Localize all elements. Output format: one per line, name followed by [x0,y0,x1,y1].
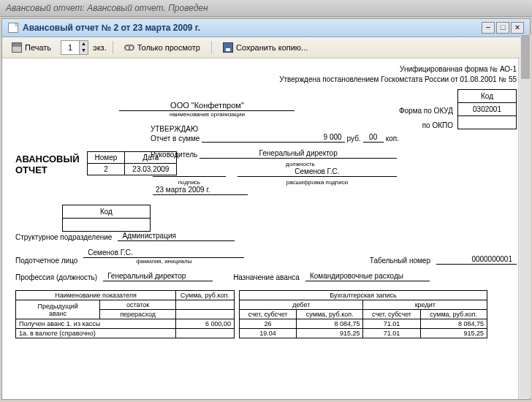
t1-h2: Сумма, руб.коп. [176,291,235,300]
t2-camt-h: сумма, руб.коп. [420,310,487,319]
separator [211,41,212,54]
print-button[interactable]: Печать [7,40,56,55]
view-only-label: Только просмотр [137,43,200,52]
t1-sub1a: Предыдущийаванс [16,300,100,319]
close-button[interactable]: × [511,22,524,34]
t1-sub1b: остаток [100,300,176,310]
save-copy-button[interactable]: Сохранить копию... [218,40,313,55]
person-label: Подотчетное лицо [15,257,77,265]
t1-r0-sum: 6 000,00 [176,319,235,329]
view-only-button[interactable]: Только просмотр [119,41,205,54]
code2-box: Код [58,205,151,232]
printer-icon [12,42,22,53]
approve-block: УТВЕРЖДАЮ Отчет в сумме 9 000 руб. 00 ко… [151,125,399,197]
toolbar: Печать ▲ ▼ экз. Только просмотр Сохранит… [2,37,530,58]
outer-scroll-thumb[interactable] [521,35,530,79]
t1-h1: Наименование показателя [16,291,176,300]
code-box: Код 0302001 [457,89,517,129]
table-row: Получен аванс 1. из кассы [16,319,176,329]
tab-number-value: 0000000001 [436,255,517,265]
copies-down[interactable]: ▼ [79,48,88,54]
outer-window-title: Авансовый отчет: Авансовый отчет. Провед… [0,0,532,17]
t2-h: Бухгалтерская запись [240,291,487,300]
profession-value: Генеральный директор [103,272,213,281]
outer-scrollbar[interactable] [520,35,531,398]
sum-kop: 00 [363,133,384,143]
copies-spinner[interactable]: ▲ ▼ [61,40,88,55]
disk-icon [223,42,233,53]
doc-number: 2 [87,164,125,175]
glasses-icon [124,45,134,50]
okud-value: 0302001 [458,103,517,116]
maximize-button[interactable]: □ [496,22,509,34]
doc-date: 23.03.2009 [125,164,177,175]
table-row: 19.04915,25 71.01915,25 [240,329,487,338]
print-label: Печать [25,43,51,52]
okpo-value [458,116,517,129]
t1-r1-sum [176,329,235,338]
approve-title: УТВЕРЖДАЮ [151,125,399,133]
signature-caption: подпись [153,179,226,186]
document-area: Унифицированная форма № АО-1 Утверждена … [2,58,530,399]
person-caption: фамилия, инициалы [83,258,244,265]
rub-unit: руб. [347,134,361,143]
sum-rub: 9 000 [202,133,344,143]
org-name: ООО "Конфетпром" [119,101,294,111]
inner-title-text: Авансовый отчет № 2 от 23 марта 2009 г. [23,23,200,33]
form-header-line1: Унифицированная форма № АО-1 [15,64,517,75]
tab-number-label: Табельный номер [370,257,430,265]
sum-label: Отчет в сумме [151,134,200,143]
t2-cacct-h: счет, субсчет [363,310,420,319]
num-header: Номер [87,152,125,164]
separator [113,41,113,54]
document-window: Авансовый отчет № 2 от 23 марта 2009 г. … [1,18,531,400]
approve-date: 23 марта 2009 г. [153,186,248,195]
manager-position: Генеральный директор [200,149,397,159]
advance-purpose-label: Назначение аванса [233,273,300,281]
code2-value [62,219,150,232]
t2-credit: кредит [363,300,487,310]
num-date-table: НомерДата 223.03.2009 [87,151,178,175]
form-header-line2: Утверждена постановлением Госкомстата Ро… [15,75,517,85]
name-caption: расшифровка подписи [238,179,397,186]
code-header: Код [458,90,517,103]
copies-input[interactable] [61,43,79,52]
date-header: Дата [125,152,177,164]
copies-up[interactable]: ▲ [79,41,88,48]
minimize-button[interactable]: – [482,22,495,34]
division-label: Структурное подразделение [15,233,112,241]
copies-unit: экз. [93,43,107,52]
t2-debit: дебет [240,300,363,310]
accounting-table: Бухгалтерская запись дебеткредит счет, с… [239,290,487,338]
advance-purpose-value: Командировочные расходы [305,272,430,281]
t2-dacct-h: счет, субсчет [240,310,297,319]
position-caption: должность [204,161,397,167]
save-copy-label: Сохранить копию... [236,43,308,52]
manager-name: Семенов Г.С. [238,167,397,177]
person-value: Семенов Г.С. [83,249,244,258]
okud-label: Форма по ОКУД [399,104,453,118]
doc-title: АВАНСОВЫЙ ОТЧЕТ [15,153,80,175]
table-row: 268 084,75 71.018 084,75 [240,319,487,329]
table-row: 1а. в валюте (справочно) [16,329,176,338]
inner-titlebar: Авансовый отчет № 2 от 23 марта 2009 г. … [2,19,530,37]
code2-header: Код [62,205,150,219]
t1-sub3: перерасход [100,310,176,319]
okpo-label: по ОКПО [399,118,453,133]
profession-label: Профессия (должность) [15,273,97,281]
indicators-table: Наименование показателяСумма, руб.коп. П… [15,290,235,338]
division-value: Администрация [118,232,235,241]
document-icon [8,23,18,33]
t2-damt-h: сумма, руб.коп. [297,310,363,319]
kop-unit: коп. [386,134,399,143]
